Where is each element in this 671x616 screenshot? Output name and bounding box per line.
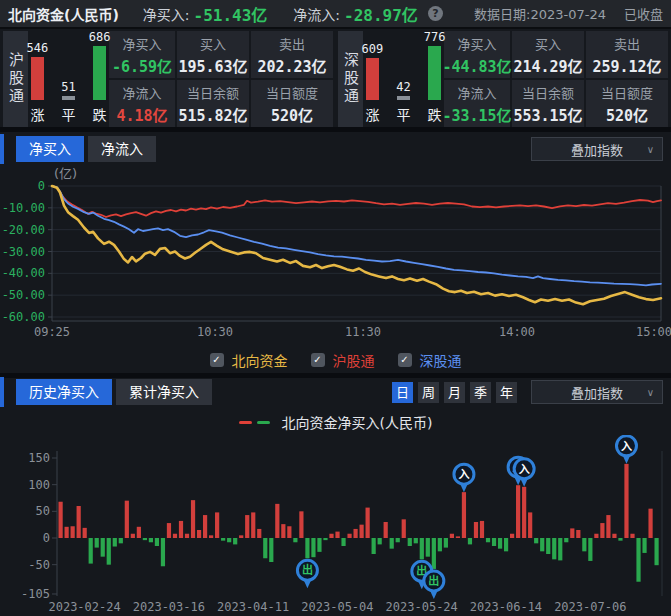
metric-net-inflow: 净流入4.18亿: [109, 80, 175, 127]
market-status-badge: 已收盘: [624, 4, 663, 23]
legend-label: 北向资金: [232, 350, 288, 370]
checkbox-checked-icon[interactable]: ✓: [398, 353, 412, 367]
flat-count-column: 51平: [61, 80, 75, 124]
history-toolbar: 历史净买入 累计净买入 日 周 月 季 年 叠加指数 ∨: [0, 379, 671, 405]
history-bar-chart: 150100500-50-1052023-02-242023-03-162023…: [0, 435, 671, 616]
svg-text:2023-02-24: 2023-02-24: [48, 600, 120, 614]
intraday-legend: ✓ 北向资金 ✓ 沪股通 ✓ 深股通: [0, 350, 671, 370]
checkbox-checked-icon[interactable]: ✓: [210, 353, 224, 367]
svg-text:出: 出: [428, 574, 439, 588]
svg-text:100: 100: [28, 478, 50, 492]
section-accent-bar: [0, 377, 4, 407]
section-accent-bar: [0, 134, 4, 164]
svg-text:出: 出: [302, 563, 313, 577]
period-day-button[interactable]: 日: [392, 382, 413, 403]
svg-text:10:30: 10:30: [197, 325, 233, 339]
net-buy-label: 净买入:: [143, 4, 190, 24]
svg-text:0: 0: [43, 531, 50, 545]
checkbox-checked-icon[interactable]: ✓: [311, 353, 325, 367]
help-icon[interactable]: ?: [428, 6, 443, 21]
flat-count-bar: [62, 96, 75, 100]
up-count-column: 546涨: [27, 41, 49, 124]
svg-text:0: 0: [38, 179, 45, 193]
svg-text:14:00: 14:00: [499, 325, 535, 339]
chevron-down-icon: ∨: [647, 144, 654, 155]
panel-name-label: 沪股通: [3, 31, 28, 127]
legend-item-shengutong[interactable]: ✓ 深股通: [398, 350, 462, 370]
intraday-toolbar: 净买入 净流入 叠加指数 ∨: [0, 136, 671, 162]
up-count-bar: [366, 58, 379, 100]
net-inflow-label: 净流入:: [293, 4, 340, 24]
northbound-capital-dashboard: 北向资金(人民币) 净买入: -51.43亿 净流入: -28.97亿 ? 数据…: [0, 0, 671, 616]
svg-text:入: 入: [519, 463, 530, 476]
svg-text:150: 150: [28, 451, 50, 465]
tab-cumulative-net-buy[interactable]: 累计净买入: [116, 379, 212, 405]
net-inflow-value: -28.97亿: [344, 2, 418, 26]
metric-buy: 买入195.63亿: [177, 31, 249, 78]
svg-text:-10.00: -10.00: [2, 201, 45, 215]
period-week-button[interactable]: 周: [418, 382, 439, 403]
tab-history-net-buy[interactable]: 历史净买入: [16, 379, 112, 405]
period-year-button[interactable]: 年: [496, 382, 517, 403]
green-dash-icon: [257, 421, 270, 424]
legend-label: 沪股通: [333, 350, 375, 370]
svg-text:-50.00: -50.00: [2, 288, 45, 302]
svg-text:-105: -105: [21, 587, 50, 601]
svg-text:2023-03-16: 2023-03-16: [133, 600, 205, 614]
metric-sell: 卖出202.23亿: [251, 31, 333, 78]
metric-net-buy: 净买入-6.59亿: [109, 31, 175, 78]
svg-text:2023-05-24: 2023-05-24: [386, 600, 458, 614]
svg-text:09:25: 09:25: [34, 325, 70, 339]
panel-hugutong: 沪股通 净买入-6.59亿 买入195.63亿 卖出202.23亿 546涨 5…: [3, 31, 333, 127]
net-buy-value: -51.43亿: [194, 2, 268, 26]
up-count-bar: [31, 57, 44, 100]
svg-text:2023-05-04: 2023-05-04: [301, 600, 373, 614]
metric-net-inflow: 净流入-33.15亿: [444, 80, 510, 127]
data-date: 数据日期:2023-07-24: [474, 4, 606, 23]
flat-count-column: 42平: [396, 80, 410, 124]
period-quarter-button[interactable]: 季: [470, 382, 491, 403]
svg-text:2023-07-06: 2023-07-06: [554, 600, 626, 614]
history-legend: 北向资金净买入(人民币): [0, 412, 671, 432]
svg-text:-40.00: -40.00: [2, 266, 45, 280]
legend-label: 深股通: [420, 350, 462, 370]
metric-buy: 买入214.29亿: [512, 31, 584, 78]
up-flat-down-chart: 609涨 42平 776跌: [365, 31, 442, 127]
svg-text:入: 入: [458, 468, 469, 481]
up-count-column: 609涨: [362, 42, 384, 124]
intraday-tabs: 净买入 净流入: [16, 136, 156, 162]
overlay-index-select[interactable]: 叠加指数 ∨: [531, 380, 663, 404]
panel-shengutong: 深股通 净买入-44.83亿 买入214.29亿 卖出259.12亿 609涨 …: [338, 31, 668, 127]
period-buttons: 日 周 月 季 年: [392, 382, 517, 403]
page-title: 北向资金(人民币): [8, 4, 119, 24]
chevron-down-icon: ∨: [647, 387, 654, 398]
overlay-index-select[interactable]: 叠加指数 ∨: [531, 137, 663, 161]
svg-text:入: 入: [621, 440, 632, 453]
section-divider: [0, 373, 671, 378]
metric-daily-quota: 当日额度520亿: [586, 80, 668, 127]
red-dash-icon: [239, 421, 252, 424]
svg-text:-20.00: -20.00: [2, 223, 45, 237]
metric-daily-balance: 当日余额515.82亿: [177, 80, 249, 127]
metric-sell: 卖出259.12亿: [586, 31, 668, 78]
svg-text:2023-06-14: 2023-06-14: [470, 600, 542, 614]
metric-net-buy: 净买入-44.83亿: [444, 31, 510, 78]
legend-item-hugutong[interactable]: ✓ 沪股通: [311, 350, 375, 370]
section-divider: [0, 127, 671, 132]
svg-text:15:00: 15:00: [636, 325, 671, 339]
topbar: 北向资金(人民币) 净买入: -51.43亿 净流入: -28.97亿 ? 数据…: [0, 0, 671, 29]
history-legend-label: 北向资金净买入(人民币): [282, 412, 433, 432]
svg-text:50: 50: [36, 504, 50, 518]
flat-count-bar: [397, 96, 410, 100]
svg-text:11:30: 11:30: [345, 325, 381, 339]
down-count-column: 686跌: [89, 30, 111, 124]
svg-text:-30.00: -30.00: [2, 245, 45, 259]
up-flat-down-chart: 546涨 51平 686跌: [30, 31, 107, 127]
tab-net-buy[interactable]: 净买入: [16, 136, 84, 162]
metric-daily-quota: 当日额度520亿: [251, 80, 333, 127]
history-tabs: 历史净买入 累计净买入: [16, 379, 212, 405]
tab-net-inflow[interactable]: 净流入: [88, 136, 156, 162]
intraday-line-chart: 0-10.00-20.00-30.00-40.00-50.00-60.0009:…: [0, 179, 671, 347]
period-month-button[interactable]: 月: [444, 382, 465, 403]
legend-item-north[interactable]: ✓ 北向资金: [210, 350, 288, 370]
